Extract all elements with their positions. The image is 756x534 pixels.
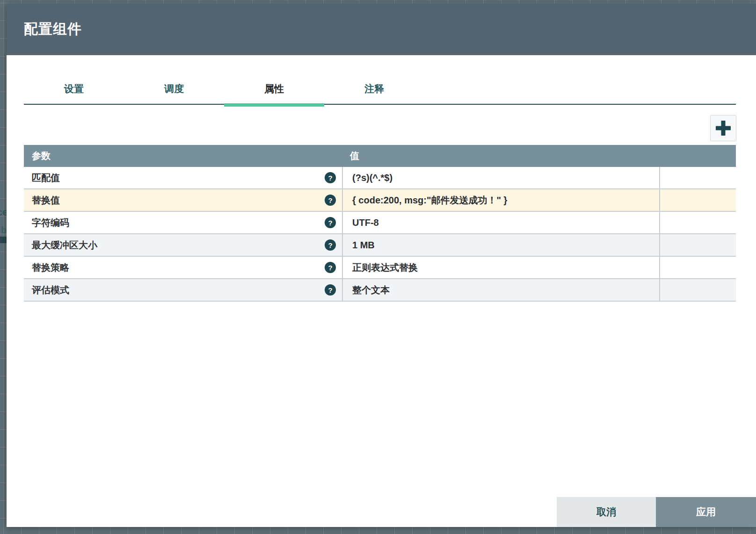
property-name-cell: 替换策略 ? (24, 257, 342, 278)
property-value-cell[interactable]: 整个文本 (342, 279, 659, 301)
help-icon[interactable]: ? (325, 284, 336, 296)
column-header-value: 值 (350, 145, 359, 167)
property-row[interactable]: 评估模式 ? 整个文本 (24, 279, 736, 302)
help-icon[interactable]: ? (325, 262, 336, 273)
property-actions-cell (659, 212, 736, 233)
dialog-header: 配置组件 (7, 4, 756, 55)
tab-bar: 设置 调度 属性 注释 (24, 73, 736, 105)
property-row[interactable]: 匹配值 ? (?s)(^.*$) (24, 167, 736, 189)
property-row[interactable]: 最大缓冲区大小 ? 1 MB (24, 234, 736, 257)
property-value-cell[interactable]: (?s)(^.*$) (342, 167, 659, 188)
help-icon[interactable]: ? (325, 217, 336, 228)
apply-button[interactable]: 应用 (656, 497, 756, 527)
help-icon[interactable]: ? (325, 195, 336, 206)
tab-comments[interactable]: 注释 (324, 73, 424, 105)
table-header-row: 参数 值 (24, 145, 736, 167)
property-value-cell[interactable]: { code:200, msg:"邮件发送成功！" } (342, 189, 659, 211)
plus-icon (711, 115, 736, 141)
property-name: 替换值 (32, 194, 60, 207)
property-name-cell: 最大缓冲区大小 ? (24, 234, 342, 256)
dialog-title: 配置组件 (7, 4, 756, 54)
canvas-text-fragment: b (1, 225, 7, 236)
property-row[interactable]: 替换策略 ? 正则表达式替换 (24, 257, 736, 279)
tab-scheduling[interactable]: 调度 (124, 73, 224, 105)
property-actions-cell (659, 279, 736, 301)
property-name: 评估模式 (32, 284, 69, 296)
tab-settings[interactable]: 设置 (24, 73, 124, 105)
property-actions-cell (659, 257, 736, 278)
column-header-parameter: 参数 (32, 145, 51, 167)
help-icon[interactable]: ? (325, 239, 336, 251)
add-property-button[interactable] (710, 115, 736, 141)
app-canvas: ce b 配置组件 设置 调度 属性 注释 参数 值 (0, 0, 756, 534)
tab-properties[interactable]: 属性 (224, 73, 324, 105)
property-name-cell: 字符编码 ? (24, 212, 342, 233)
property-name-cell: 替换值 ? (24, 189, 342, 211)
configure-component-dialog: 配置组件 设置 调度 属性 注释 参数 值 匹配值 ? (7, 4, 756, 527)
property-value-cell[interactable]: 1 MB (342, 234, 659, 256)
property-row[interactable]: 字符编码 ? UTF-8 (24, 212, 736, 234)
property-value-cell[interactable]: 正则表达式替换 (342, 257, 659, 278)
properties-table: 参数 值 匹配值 ? (?s)(^.*$) 替换值 ? { (24, 145, 736, 302)
property-name: 匹配值 (32, 172, 60, 184)
property-actions-cell (659, 234, 736, 256)
property-name: 最大缓冲区大小 (32, 239, 97, 252)
property-name: 替换策略 (32, 261, 69, 274)
property-name-cell: 匹配值 ? (24, 167, 342, 188)
property-actions-cell (659, 167, 736, 188)
dialog-body: 设置 调度 属性 注释 参数 值 匹配值 ? (?s)(^.*$) (7, 55, 756, 527)
property-actions-cell (659, 189, 736, 211)
property-value-cell[interactable]: UTF-8 (342, 212, 659, 233)
help-icon[interactable]: ? (325, 172, 336, 183)
property-name: 字符编码 (32, 216, 69, 229)
property-row[interactable]: 替换值 ? { code:200, msg:"邮件发送成功！" } (24, 189, 736, 212)
cancel-button[interactable]: 取消 (557, 497, 656, 527)
property-name-cell: 评估模式 ? (24, 279, 342, 301)
